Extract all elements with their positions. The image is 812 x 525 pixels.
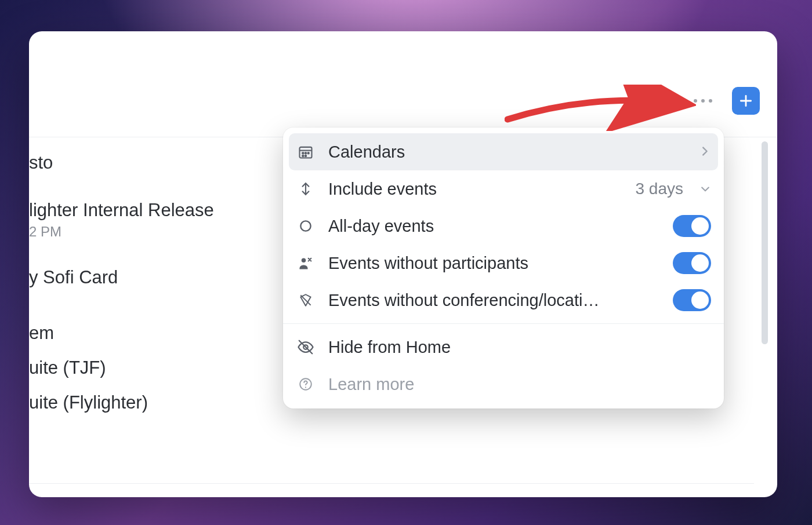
list-item[interactable]: y Sofi Card	[29, 262, 307, 293]
menu-item-no-conferencing[interactable]: Events without conferencing/locati…	[289, 282, 718, 319]
menu-label: Include events	[328, 180, 623, 199]
menu-item-all-day[interactable]: All-day events	[289, 207, 718, 245]
toggle-no-participants[interactable]	[673, 252, 711, 274]
list-item[interactable]: uite (Flylighter)	[29, 387, 307, 418]
list-item[interactable]: uite (TJF)	[29, 352, 307, 384]
location-off-icon	[296, 293, 316, 308]
options-popover: Calendars Include events 3 days All-day …	[283, 127, 724, 409]
menu-item-learn-more[interactable]: Learn more	[289, 366, 718, 403]
header-actions	[690, 87, 760, 115]
svg-point-7	[302, 258, 306, 262]
calendar-icon	[296, 144, 316, 160]
svg-point-2	[305, 152, 306, 154]
vertical-arrows-icon	[296, 181, 316, 196]
menu-label: Learn more	[328, 375, 711, 394]
section-divider	[29, 483, 754, 484]
person-x-icon	[296, 255, 316, 271]
svg-point-1	[302, 152, 303, 154]
list-item-time: 2 PM	[29, 224, 307, 245]
menu-label: All-day events	[328, 217, 660, 236]
menu-item-calendars[interactable]: Calendars	[289, 133, 718, 170]
list-item[interactable]: lighter Internal Release	[29, 195, 307, 226]
menu-value: 3 days	[636, 180, 684, 198]
list-item[interactable]: em	[29, 318, 307, 349]
scrollbar-thumb[interactable]	[762, 141, 768, 344]
toggle-all-day[interactable]	[673, 215, 711, 237]
add-button[interactable]	[732, 87, 760, 115]
header-bar	[29, 31, 777, 105]
circle-icon	[296, 218, 316, 234]
menu-label: Events without participants	[328, 254, 660, 273]
menu-label: Hide from Home	[328, 338, 711, 357]
menu-label: Calendars	[328, 143, 686, 162]
svg-point-12	[305, 387, 306, 388]
list-item[interactable]: sto	[29, 147, 307, 178]
more-menu-button[interactable]	[690, 96, 716, 106]
svg-point-3	[308, 152, 309, 154]
menu-label: Events without conferencing/locati…	[328, 291, 660, 310]
menu-item-include-events[interactable]: Include events 3 days	[289, 170, 718, 207]
menu-item-hide-from-home[interactable]: Hide from Home	[289, 329, 718, 366]
eye-off-icon	[296, 338, 316, 356]
app-card: sto lighter Internal Release 2 PM y Sofi…	[29, 31, 777, 497]
menu-separator	[283, 323, 724, 324]
chevron-down-icon	[699, 180, 711, 199]
toggle-no-conferencing[interactable]	[673, 289, 711, 311]
plus-icon	[738, 93, 753, 108]
events-list: sto lighter Internal Release 2 PM y Sofi…	[29, 147, 307, 418]
chevron-right-icon	[698, 143, 711, 162]
svg-point-6	[300, 221, 310, 231]
svg-point-4	[302, 155, 303, 156]
menu-item-no-participants[interactable]: Events without participants	[289, 245, 718, 282]
help-icon	[296, 377, 316, 392]
svg-point-5	[305, 155, 306, 156]
